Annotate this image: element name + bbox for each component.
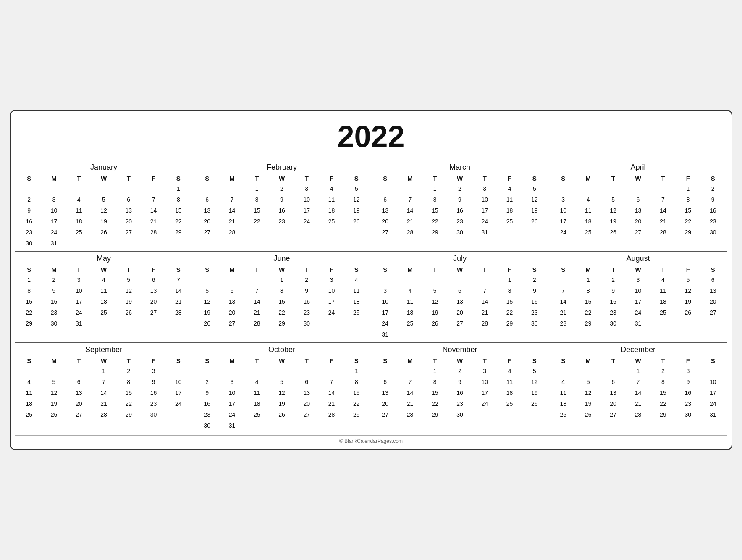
day-cell: 6 xyxy=(626,194,650,205)
day-cell: 26 xyxy=(600,227,625,238)
day-cell: 6 xyxy=(600,376,625,387)
day-header: T xyxy=(600,174,625,183)
day-cell: 8 xyxy=(17,285,42,296)
day-cell: 7 xyxy=(166,274,191,285)
day-cell: 4 xyxy=(91,274,116,285)
day-cell: 13 xyxy=(700,285,725,296)
day-cell: 31 xyxy=(700,409,725,420)
day-cell xyxy=(66,183,91,194)
day-header: T xyxy=(294,265,319,274)
day-cell: 25 xyxy=(576,227,600,238)
day-header: T xyxy=(116,174,141,183)
day-cell: 19 xyxy=(344,205,369,216)
day-cell: 14 xyxy=(398,205,422,216)
week-row: 6789101112 xyxy=(195,194,369,205)
week-row: 12345 xyxy=(373,365,547,376)
day-cell: 29 xyxy=(17,318,42,329)
day-cell: 26 xyxy=(422,318,447,329)
day-cell: 29 xyxy=(116,409,141,420)
day-header: M xyxy=(398,174,422,183)
day-header: S xyxy=(195,265,220,274)
day-cell: 2 xyxy=(700,183,725,194)
day-cell: 6 xyxy=(141,274,166,285)
week-row: 15161718192021 xyxy=(17,296,191,307)
day-cell: 24 xyxy=(626,307,650,318)
day-cell xyxy=(141,183,166,194)
month-name: June xyxy=(195,254,369,263)
day-header: S xyxy=(344,356,369,365)
year-title: 2022 xyxy=(15,115,727,160)
day-header: T xyxy=(66,265,91,274)
day-cell: 12 xyxy=(522,194,547,205)
day-cell xyxy=(244,420,269,431)
day-cell: 3 xyxy=(472,365,497,376)
day-header: W xyxy=(91,265,116,274)
day-cell: 26 xyxy=(91,227,116,238)
day-cell: 26 xyxy=(269,409,294,420)
day-cell: 23 xyxy=(447,216,472,227)
week-row: 3456789 xyxy=(373,285,547,296)
day-cell: 25 xyxy=(17,409,42,420)
day-cell: 27 xyxy=(294,409,319,420)
day-cell: 9 xyxy=(141,376,166,387)
day-cell: 4 xyxy=(576,194,600,205)
day-cell: 24 xyxy=(294,216,319,227)
month-cell-november: NovemberSMTWTFS1234567891011121314151617… xyxy=(371,343,549,434)
day-cell: 26 xyxy=(116,307,141,318)
day-cell: 25 xyxy=(398,318,422,329)
day-cell: 6 xyxy=(700,274,725,285)
day-cell: 30 xyxy=(294,318,319,329)
day-cell: 25 xyxy=(650,307,675,318)
week-row: 891011121314 xyxy=(17,285,191,296)
day-cell: 12 xyxy=(116,285,141,296)
day-header: S xyxy=(166,174,191,183)
day-cell: 26 xyxy=(576,409,600,420)
day-cell: 17 xyxy=(42,216,66,227)
day-cell xyxy=(472,274,497,285)
week-row: 20212223242526 xyxy=(373,398,547,409)
day-cell: 9 xyxy=(700,194,725,205)
day-cell: 21 xyxy=(650,216,675,227)
day-cell: 28 xyxy=(244,318,269,329)
day-cell: 27 xyxy=(141,307,166,318)
day-header: F xyxy=(141,174,166,183)
day-header: F xyxy=(497,174,522,183)
day-cell: 10 xyxy=(166,376,191,387)
day-cell: 14 xyxy=(398,387,422,398)
day-cell: 8 xyxy=(344,376,369,387)
day-header: F xyxy=(319,265,344,274)
day-cell: 22 xyxy=(650,398,675,409)
day-cell: 3 xyxy=(472,183,497,194)
day-cell: 17 xyxy=(626,296,650,307)
day-cell: 27 xyxy=(373,409,398,420)
day-header: F xyxy=(676,174,700,183)
day-cell: 5 xyxy=(195,285,220,296)
day-cell: 4 xyxy=(497,365,522,376)
week-row: 1 xyxy=(17,183,191,194)
day-cell: 21 xyxy=(319,398,344,409)
day-cell: 29 xyxy=(422,409,447,420)
day-cell: 5 xyxy=(42,376,66,387)
day-cell: 4 xyxy=(319,183,344,194)
day-cell xyxy=(497,409,522,420)
day-cell xyxy=(17,183,42,194)
day-cell: 8 xyxy=(244,194,269,205)
day-header: T xyxy=(294,174,319,183)
day-header: S xyxy=(17,174,42,183)
day-cell: 14 xyxy=(551,296,576,307)
day-cell: 10 xyxy=(66,285,91,296)
day-cell: 11 xyxy=(91,285,116,296)
month-cell-september: SeptemberSMTWTFS123456789101112131415161… xyxy=(15,343,193,434)
day-cell: 2 xyxy=(116,365,141,376)
day-cell: 28 xyxy=(551,318,576,329)
month-cell-february: FebruarySMTWTFS1234567891011121314151617… xyxy=(193,160,371,252)
day-cell: 12 xyxy=(91,205,116,216)
day-cell: 2 xyxy=(650,365,675,376)
day-cell: 17 xyxy=(551,216,576,227)
day-header: T xyxy=(66,174,91,183)
day-cell: 4 xyxy=(398,285,422,296)
day-cell: 20 xyxy=(373,398,398,409)
day-cell: 1 xyxy=(626,365,650,376)
day-cell: 9 xyxy=(447,194,472,205)
day-header: S xyxy=(522,356,547,365)
